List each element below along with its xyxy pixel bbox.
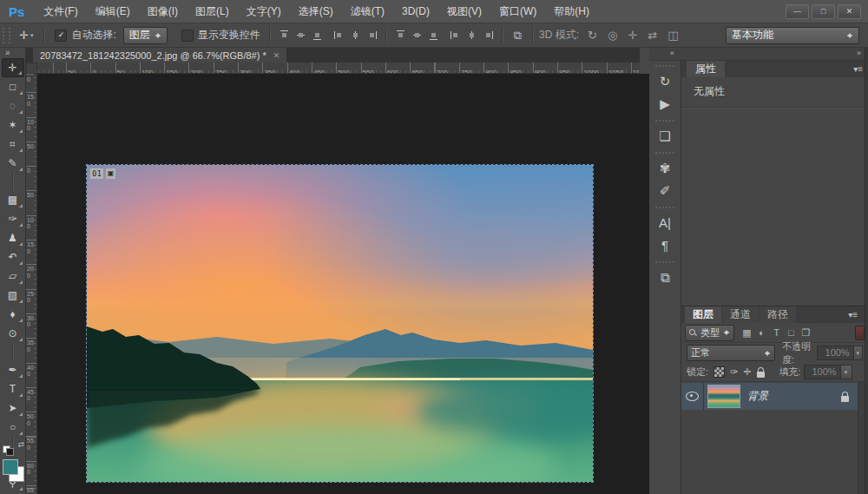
layer-filtering-toggle[interactable] [855, 326, 865, 340]
menu-item[interactable]: 窗口(W) [490, 0, 545, 23]
align-left-edges-icon[interactable] [333, 30, 345, 41]
current-tool-chip[interactable]: ✛ ▾ [14, 29, 38, 42]
tab-channels[interactable]: 通道 [722, 306, 759, 323]
filter-smart-objects-icon[interactable]: ❐ [799, 327, 813, 339]
canvas-image[interactable]: 01 ▣ [87, 165, 593, 482]
tool-crop[interactable]: ⌗ [2, 135, 24, 154]
tab-properties[interactable]: 属性 [687, 61, 725, 77]
close-button[interactable]: ✕ [838, 4, 861, 19]
tool-ellipse-shape[interactable]: ○ [2, 418, 24, 437]
collapse-toolbar-icon[interactable]: » [0, 48, 25, 58]
grip-dots[interactable] [655, 120, 674, 122]
history-panel-icon[interactable]: ↻ [653, 70, 677, 93]
tool-healing-brush[interactable]: ▩ [2, 190, 24, 209]
document-tab[interactable]: 20783472_181242325000_2.jpg @ 66.7%(RGB/… [33, 48, 286, 63]
align-top-edges-icon[interactable] [279, 30, 290, 41]
lock-position-icon[interactable]: ✛ [743, 366, 751, 378]
brush-presets-panel-icon[interactable]: ✾ [653, 157, 677, 180]
menu-item[interactable]: 视图(V) [438, 0, 490, 23]
ruler-origin-box[interactable] [26, 63, 37, 74]
layer-name[interactable]: 背景 [747, 389, 768, 404]
auto-align-layers-icon[interactable]: ⧉ [514, 29, 522, 43]
align-bottom-edges-icon[interactable] [312, 30, 323, 41]
menu-item[interactable]: 文字(Y) [238, 0, 290, 23]
tool-eraser[interactable]: ▱ [2, 267, 24, 286]
tool-path-selection[interactable]: ➤ [2, 398, 24, 418]
close-icon[interactable]: ✕ [273, 51, 280, 60]
distribute-top-edges-icon[interactable] [395, 30, 406, 41]
tool-brush[interactable]: ✑ [2, 209, 24, 228]
lock-all-icon[interactable] [757, 372, 765, 378]
align-horizontal-centers-icon[interactable] [350, 30, 361, 41]
menu-item[interactable]: 选择(S) [290, 0, 342, 23]
character-panel-icon[interactable]: A| [653, 212, 677, 234]
grip-dots[interactable] [655, 152, 674, 154]
3d-camera-icon[interactable]: ◫ [667, 29, 678, 42]
workspace-dropdown[interactable]: 基本功能 [726, 27, 859, 44]
visibility-cell[interactable] [681, 383, 704, 410]
options-grip[interactable] [3, 28, 10, 43]
blend-mode-dropdown[interactable]: 正常 [687, 345, 775, 361]
distribute-horizontal-centers-icon[interactable] [466, 30, 477, 41]
tool-gradient[interactable]: ▧ [2, 286, 24, 305]
grip-dots[interactable] [655, 207, 674, 208]
auto-select-checkbox[interactable]: ✓ [55, 30, 67, 42]
distribute-vertical-centers-icon[interactable] [411, 30, 423, 41]
expand-panels-icon[interactable]: « [670, 49, 674, 57]
menu-item[interactable]: 滤镜(T) [342, 0, 393, 23]
show-transform-checkbox[interactable] [181, 30, 194, 42]
tool-blur[interactable]: ♦ [2, 305, 24, 324]
layer-row-background[interactable]: 背景 [681, 383, 858, 410]
chevron-down-icon[interactable]: ▼ [841, 365, 852, 379]
tool-rectangular-marquee[interactable]: □ [2, 77, 24, 96]
grip-dots[interactable] [655, 261, 674, 263]
align-vertical-centers-icon[interactable] [295, 30, 306, 41]
opacity-value[interactable]: 100% [817, 346, 854, 360]
filter-type-layers-icon[interactable]: T [769, 327, 784, 339]
panel-menu-icon[interactable]: ▾≡ [853, 61, 863, 77]
tool-type[interactable]: T [2, 379, 24, 398]
paragraph-panel-icon[interactable]: ¶ [653, 234, 677, 257]
distribute-left-edges-icon[interactable] [450, 30, 461, 41]
menu-item[interactable]: 3D(D) [393, 0, 438, 23]
tab-layers[interactable]: 图层 [685, 306, 721, 323]
maximize-button[interactable]: □ [812, 4, 835, 19]
tool-magic-wand[interactable]: ✶ [2, 115, 24, 135]
menu-item[interactable]: 文件(F) [35, 0, 86, 23]
foreground-color-swatch[interactable] [3, 459, 18, 475]
filter-adjustment-layers-icon[interactable]: ◐ [754, 327, 769, 339]
tool-lasso[interactable]: ◌ [2, 96, 24, 115]
auto-select-target-dropdown[interactable]: 图层 [123, 27, 168, 44]
tool-history-brush[interactable]: ↶ [2, 247, 24, 267]
menu-item[interactable]: 编辑(E) [87, 0, 139, 23]
3d-slide-icon[interactable]: ⇄ [648, 29, 657, 42]
distribute-bottom-edges-icon[interactable] [428, 30, 439, 41]
tool-pen[interactable]: ✒ [2, 360, 24, 379]
horizontal-ruler[interactable]: 5005010015020025030035040045050055060065… [37, 63, 640, 74]
brush-panel-icon[interactable]: ✐ [653, 180, 677, 202]
menu-item[interactable]: 图像(I) [139, 0, 187, 23]
menu-item[interactable]: 图层(L) [187, 0, 238, 23]
tab-paths[interactable]: 路径 [760, 306, 796, 323]
actions-panel-icon[interactable]: ▶ [653, 93, 677, 115]
align-right-edges-icon[interactable] [366, 30, 378, 41]
lock-transparent-pixels-icon[interactable] [713, 366, 725, 378]
tool-move[interactable]: ✛ [2, 58, 24, 77]
tool-dodge[interactable]: ⊙ [2, 324, 24, 343]
3d-drag-icon[interactable]: ✛ [628, 29, 637, 42]
panel-menu-icon[interactable]: ▾≡ [848, 306, 858, 323]
3d-roll-icon[interactable]: ◎ [608, 29, 617, 42]
chevron-down-icon[interactable]: ▼ [854, 346, 863, 360]
3d-orbit-icon[interactable]: ↻ [588, 29, 597, 42]
grip-dots[interactable] [655, 65, 674, 67]
fill-value[interactable]: 100% [804, 365, 841, 379]
lock-image-pixels-icon[interactable]: ✑ [730, 366, 738, 378]
collapse-panels-icon[interactable]: » [857, 49, 861, 57]
layer-comps-panel-icon[interactable]: ❏ [653, 125, 677, 148]
filter-pixel-layers-icon[interactable]: ▦ [740, 327, 754, 339]
minimize-button[interactable]: — [786, 4, 809, 19]
swap-colors-icon[interactable]: ⇄ [17, 440, 24, 449]
tool-eyedropper[interactable]: ✎ [2, 154, 24, 173]
vertical-ruler[interactable]: 2001501005005010015020025030035040045050… [26, 74, 37, 494]
filter-type-dropdown[interactable]: 类型 [685, 325, 734, 341]
